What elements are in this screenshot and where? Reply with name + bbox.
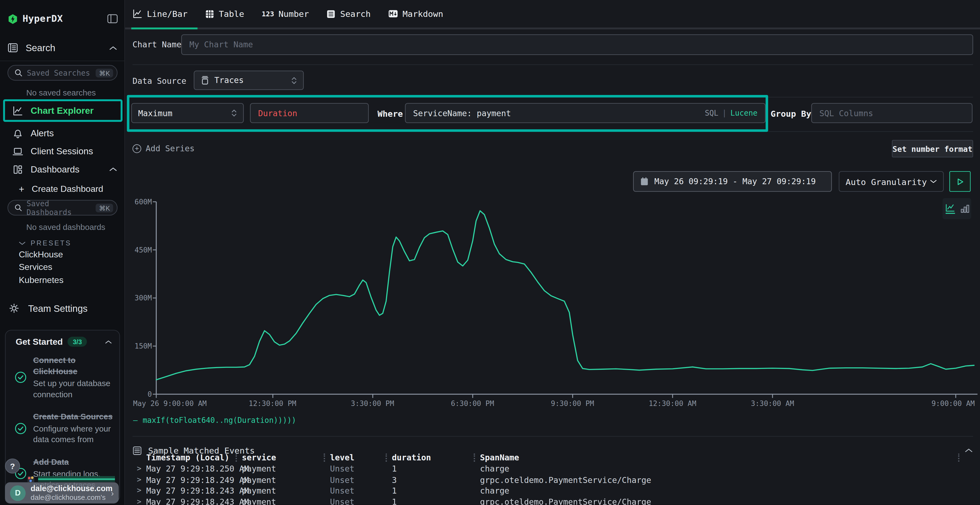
tab-number[interactable]: 123 Number xyxy=(262,9,309,19)
search-icon xyxy=(14,203,22,212)
line-chart[interactable] xyxy=(151,198,980,399)
dashboards-grid-icon xyxy=(13,164,23,175)
main-content: Line/Bar Table 123 Number Search Markdow… xyxy=(125,0,980,505)
user-team: dale@clickhouse.com's xyxy=(30,493,111,502)
plus-icon: + xyxy=(19,183,24,194)
column-resize-handle[interactable] xyxy=(324,454,325,462)
preset-services[interactable]: Services xyxy=(19,262,52,272)
column-resize-handle[interactable] xyxy=(474,454,475,462)
set-number-format-label: Set number format xyxy=(892,144,973,153)
cell-spanname: charge xyxy=(480,486,509,495)
row-expand-icon[interactable]: > xyxy=(137,486,142,495)
column-resize-handle[interactable] xyxy=(386,454,387,462)
chevron-right-icon: › xyxy=(111,488,114,497)
saved-dashboards-input[interactable]: Saved Dashboards ⌘K xyxy=(8,200,118,216)
presets-label: PRESETS xyxy=(30,239,71,247)
chevron-up-icon[interactable] xyxy=(110,167,117,172)
aggregation-select[interactable]: Maximum xyxy=(131,103,243,123)
run-query-button[interactable] xyxy=(949,171,970,192)
user-email: dale@clickhouse.com xyxy=(30,484,111,493)
database-icon xyxy=(200,76,209,85)
group-by-label: Group By xyxy=(771,108,811,119)
x-axis-tick: 9:30:00 PM xyxy=(551,399,594,408)
granularity-select[interactable]: Auto Granularity xyxy=(839,171,944,192)
legend-series-name: maxIf(toFloat640..ng(Duration))))) xyxy=(143,416,296,425)
field-value: Duration xyxy=(258,108,297,118)
get-started-item-sources[interactable]: Create Data Sources Configure where your… xyxy=(6,405,119,451)
chevron-up-icon[interactable] xyxy=(110,45,117,50)
active-tab-indicator xyxy=(131,27,197,29)
set-number-format-button[interactable]: Set number format xyxy=(892,140,973,157)
query-language-toggle[interactable]: SQL|Lucene xyxy=(705,108,757,117)
data-source-value: Traces xyxy=(214,76,243,85)
tab-line-bar[interactable]: Line/Bar xyxy=(132,9,188,19)
chevron-up-icon[interactable] xyxy=(105,340,112,344)
sql-option[interactable]: SQL xyxy=(705,108,718,117)
saved-searches-placeholder: Saved Searches xyxy=(27,68,90,77)
tab-table[interactable]: Table xyxy=(205,9,244,19)
col-header-service[interactable]: service xyxy=(242,453,276,462)
row-expand-icon[interactable]: > xyxy=(137,497,142,505)
date-range-input[interactable]: May 26 09:29:19 - May 27 09:29:19 xyxy=(633,171,832,192)
get-started-item-connect[interactable]: Connect to ClickHouse Set up your databa… xyxy=(6,349,119,405)
search-section-icon xyxy=(8,43,18,53)
lucene-option[interactable]: Lucene xyxy=(730,108,757,117)
cell-timestamp: May 27 9:29:18.243 AM xyxy=(146,497,249,505)
where-value: ServiceName: payment xyxy=(413,108,511,118)
calendar-icon xyxy=(640,177,649,186)
col-header-level[interactable]: level xyxy=(330,453,355,462)
column-resize-handle[interactable] xyxy=(958,454,959,462)
col-header-spanname[interactable]: SpanName xyxy=(480,453,519,462)
preset-clickhouse[interactable]: ClickHouse xyxy=(19,249,63,259)
help-button[interactable]: ? xyxy=(5,459,20,473)
table-row[interactable]: > May 27 9:29:18.249 AM payment Unset 3 … xyxy=(132,474,973,484)
presets-toggle[interactable]: PRESETS xyxy=(19,236,117,250)
chevron-up-icon[interactable] xyxy=(965,448,973,453)
sidebar-section-search[interactable]: Search xyxy=(8,43,117,53)
get-started-item-title: Create Data Sources xyxy=(33,411,113,422)
saved-searches-input[interactable]: Saved Searches ⌘K xyxy=(8,65,118,81)
preset-kubernetes[interactable]: Kubernetes xyxy=(19,275,64,285)
cell-duration: 1 xyxy=(392,497,397,505)
chart-name-input[interactable]: My Chart Name xyxy=(181,34,973,55)
add-series-button[interactable]: + Add Series xyxy=(132,144,195,153)
sidebar-item-alerts[interactable]: Alerts xyxy=(13,126,117,140)
get-started-header[interactable]: Get Started 3/3 xyxy=(6,330,119,349)
shortcut-badge: ⌘K xyxy=(96,68,113,77)
table-row[interactable]: > May 27 9:29:18.243 AM payment Unset 1 … xyxy=(132,485,973,496)
cell-service: payment xyxy=(242,497,276,505)
cell-timestamp: May 27 9:29:18.249 AM xyxy=(146,475,249,484)
tab-markdown[interactable]: Markdown xyxy=(388,9,443,19)
sidebar-item-team-settings[interactable]: Team Settings xyxy=(9,301,117,315)
team-settings-label: Team Settings xyxy=(28,303,88,313)
tab-search[interactable]: Search xyxy=(326,9,371,19)
create-dashboard-button[interactable]: + Create Dashboard xyxy=(19,182,117,195)
cell-service: payment xyxy=(242,464,276,473)
where-input[interactable]: ServiceName: payment SQL|Lucene xyxy=(405,103,766,123)
sidebar-item-chart-explorer[interactable]: Chart Explorer xyxy=(13,104,117,118)
cell-level: Unset xyxy=(330,486,355,495)
collapse-sidebar-icon[interactable] xyxy=(107,14,118,24)
col-header-duration[interactable]: duration xyxy=(392,453,431,462)
row-expand-icon[interactable]: > xyxy=(137,464,142,473)
play-icon xyxy=(956,178,963,185)
y-axis-tick-150m: 150M xyxy=(125,342,152,350)
markdown-icon xyxy=(388,9,398,18)
sidebar-item-client-sessions[interactable]: Client Sessions xyxy=(13,144,117,158)
field-input[interactable]: Duration xyxy=(250,103,369,123)
col-header-timestamp[interactable]: Timestamp (Local) xyxy=(146,453,229,462)
table-row[interactable]: > May 27 9:29:18.250 AM payment Unset 1 … xyxy=(132,463,973,474)
table-row[interactable]: > May 27 9:29:18.243 AM payment Unset 1 … xyxy=(132,496,973,505)
row-expand-icon[interactable]: > xyxy=(137,475,142,484)
x-axis-tick: May 26 9:00:00 AM xyxy=(133,399,207,408)
create-dashboard-label: Create Dashboard xyxy=(32,184,103,194)
x-axis-tick: 12:30:00 AM xyxy=(649,399,696,408)
data-source-select[interactable]: Traces xyxy=(194,70,304,90)
sidebar-item-dashboards[interactable]: Dashboards xyxy=(13,162,117,176)
laptop-icon xyxy=(13,146,23,156)
list-icon xyxy=(132,446,142,455)
legend-swatch: — xyxy=(133,416,138,425)
group-by-input[interactable]: SQL Columns xyxy=(811,103,972,123)
user-menu[interactable]: D dale@clickhouse.com dale@clickhouse.co… xyxy=(5,482,119,503)
column-resize-handle[interactable] xyxy=(236,454,237,462)
